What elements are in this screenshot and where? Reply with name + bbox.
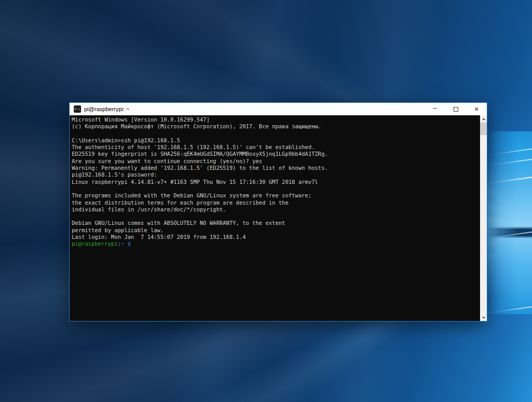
terminal-line: The authenticity of host '192.168.1.5 (1… xyxy=(72,144,480,151)
terminal-output[interactable]: Microsoft Windows [Version 10.0.16299.54… xyxy=(70,115,480,321)
terminal-line: pi@192.168.1.5's password: xyxy=(72,171,480,178)
window-titlebar[interactable]: C:\ pi@raspberrypi: ~ – ✕ xyxy=(70,103,487,115)
scroll-up-icon xyxy=(482,118,485,120)
wallpaper-beam-line xyxy=(486,230,532,240)
terminal-line xyxy=(72,185,480,192)
terminal-line: The programs included with the Debian GN… xyxy=(72,192,480,199)
wallpaper-beam-line xyxy=(486,146,532,157)
terminal-line: Debian GNU/Linux comes with ABSOLUTELY N… xyxy=(72,220,480,226)
maximize-icon xyxy=(454,107,458,112)
window-client-area: Microsoft Windows [Version 10.0.16299.54… xyxy=(70,115,487,321)
terminal-line: individual files in /usr/share/doc/*/cop… xyxy=(72,206,480,213)
terminal-line xyxy=(72,213,480,220)
close-icon: ✕ xyxy=(474,106,478,113)
scrollbar-track[interactable] xyxy=(480,115,487,321)
terminal-line: C:\Users\admin>ssh pi@192.168.1.5 xyxy=(72,137,480,144)
terminal-line: permitted by applicable law. xyxy=(72,227,480,234)
terminal-line: Linux raspberrypi 4.14.81-v7+ #1163 SMP … xyxy=(72,179,480,185)
terminal-line: Last login: Mon Jan 7 14:55:07 2019 from… xyxy=(72,234,480,240)
window-title: pi@raspberrypi: ~ xyxy=(84,106,424,112)
close-button[interactable]: ✕ xyxy=(466,103,487,115)
wallpaper-beam-line xyxy=(486,175,532,185)
window-controls: – ✕ xyxy=(424,103,487,115)
scroll-down-icon xyxy=(482,317,485,319)
terminal-line: pi@raspberrypi:~ $ xyxy=(72,240,480,247)
terminal-line: the exact distribution terms for each pr… xyxy=(72,199,480,206)
scrollbar-thumb[interactable] xyxy=(480,123,487,135)
maximize-button[interactable] xyxy=(445,103,466,115)
wallpaper-beam-line xyxy=(486,304,532,314)
terminal-line: Microsoft Windows [Version 10.0.16299.54… xyxy=(72,116,480,123)
terminal-line: ED25519 key fingerprint is SHA256:qEK4mU… xyxy=(72,151,480,157)
scrollbar-down-button[interactable] xyxy=(480,314,487,321)
minimize-icon: – xyxy=(433,105,436,111)
terminal-line: Are you sure you want to continue connec… xyxy=(72,158,480,165)
terminal-line: (c) Корпорация Майкрософт (Microsoft Cor… xyxy=(72,123,480,130)
terminal-window: C:\ pi@raspberrypi: ~ – ✕ Microsoft Wind… xyxy=(69,102,487,321)
scrollbar-up-button[interactable] xyxy=(480,115,487,122)
terminal-line: Warning: Permanently added '192.168.1.5'… xyxy=(72,165,480,171)
terminal-line xyxy=(72,130,480,137)
wallpaper-beam-line xyxy=(486,157,532,167)
cmd-icon: C:\ xyxy=(74,105,81,113)
minimize-button[interactable]: – xyxy=(424,103,445,115)
wallpaper-window-glow xyxy=(486,131,532,314)
